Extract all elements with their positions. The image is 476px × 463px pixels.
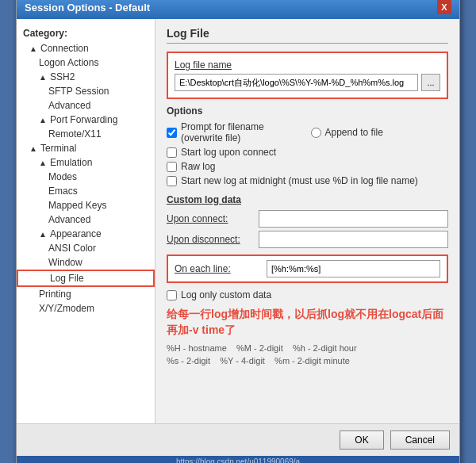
on-each-line-label: On each line:	[175, 263, 262, 274]
log-file-name-input-row: ...	[175, 74, 440, 91]
upon-connect-input[interactable]	[259, 210, 448, 228]
sidebar-item-advanced[interactable]: Advanced	[17, 98, 155, 113]
close-button[interactable]: X	[437, 0, 451, 14]
url-bar: https://blog.csdn.net/u011990069/a	[17, 456, 459, 463]
start-new-log-row: Start new log at midnight (must use %D i…	[167, 175, 448, 186]
start-log-connect-label: Start log upon connect	[181, 147, 276, 158]
log-only-custom-row: Log only custom data	[167, 289, 448, 300]
upon-disconnect-row: Upon disconnect:	[167, 231, 448, 248]
start-log-connect-row: Start log upon connect	[167, 147, 448, 158]
cancel-button[interactable]: Cancel	[390, 430, 450, 450]
start-log-connect-checkbox[interactable]	[167, 147, 177, 158]
sidebar-item-connection[interactable]: ▲Connection	[17, 41, 155, 55]
session-options-dialog: Session Options - Default X Category: ▲C…	[16, 0, 460, 463]
sidebar-item-mapped-keys[interactable]: Mapped Keys	[17, 198, 155, 212]
start-new-log-label: Start new log at midnight (must use %D i…	[181, 175, 418, 186]
raw-log-row: Raw log	[167, 161, 448, 172]
sidebar-item-emacs[interactable]: Emacs	[17, 184, 155, 198]
sidebar: Category: ▲Connection Logon Actions ▲SSH…	[17, 19, 155, 423]
upon-disconnect-input[interactable]	[259, 231, 448, 248]
category-label: Category:	[17, 25, 155, 41]
window-title: Session Options - Default	[25, 2, 150, 13]
on-each-line-row: On each line:	[175, 260, 440, 277]
sidebar-item-emulation[interactable]: ▲Emulation	[17, 155, 155, 170]
sidebar-item-window[interactable]: Window	[17, 255, 155, 270]
append-to-file-label: Append to file	[325, 127, 383, 138]
prompt-for-filename-label: Prompt for filename (overwrite file)	[181, 121, 305, 143]
sidebar-item-sftp-session[interactable]: SFTP Session	[17, 84, 155, 98]
section-title: Log File	[167, 27, 448, 44]
log-file-name-group: Log file name ...	[167, 52, 448, 99]
sidebar-item-printing[interactable]: Printing	[17, 287, 155, 301]
start-new-log-checkbox[interactable]	[167, 176, 177, 186]
content-panel: Log File Log file name ... Options Promp…	[155, 19, 459, 423]
sidebar-item-terminal[interactable]: ▲Terminal	[17, 141, 155, 155]
raw-log-label: Raw log	[181, 161, 215, 172]
dialog-footer: OK Cancel	[17, 423, 459, 456]
options-title: Options	[167, 105, 448, 117]
options-grid: Prompt for filename (overwrite file) App…	[167, 121, 448, 143]
sidebar-item-xy-zmodem[interactable]: X/Y/Zmodem	[17, 301, 155, 316]
on-each-line-group: On each line:	[167, 254, 448, 283]
options-section: Options Prompt for filename (overwrite f…	[167, 105, 448, 186]
annotation-text: 给每一行log增加时间戳，以后抓log就不用在logcat后面再加-v time…	[167, 307, 448, 338]
upon-connect-label: Upon connect:	[167, 213, 254, 224]
sidebar-item-logon-actions[interactable]: Logon Actions	[17, 55, 155, 70]
append-to-file-radio[interactable]	[311, 128, 321, 138]
upon-disconnect-label: Upon disconnect:	[167, 234, 254, 245]
log-only-custom-checkbox[interactable]	[167, 290, 177, 300]
on-each-line-input[interactable]	[267, 260, 440, 277]
ok-button[interactable]: OK	[340, 430, 383, 450]
custom-log-title: Custom log data	[167, 194, 448, 205]
sidebar-item-modes[interactable]: Modes	[17, 170, 155, 184]
sidebar-item-log-file[interactable]: Log File	[17, 270, 155, 287]
dialog-body: Category: ▲Connection Logon Actions ▲SSH…	[17, 19, 459, 423]
custom-log-section: Custom log data Upon connect: Upon disco…	[167, 194, 448, 248]
sidebar-item-ssh2[interactable]: ▲SSH2	[17, 70, 155, 84]
prompt-for-filename-row: Prompt for filename (overwrite file)	[167, 121, 305, 143]
append-to-file-row: Append to file	[311, 121, 449, 143]
log-file-name-label: Log file name	[175, 59, 440, 71]
sidebar-item-appearance[interactable]: ▲Appearance	[17, 227, 155, 241]
title-bar: Session Options - Default X	[17, 0, 459, 19]
log-only-custom-label: Log only custom data	[181, 289, 271, 300]
prompt-for-filename-checkbox[interactable]	[167, 128, 177, 138]
hint-text: %H - hostname %M - 2-digit %h - 2-digit …	[167, 342, 448, 367]
sidebar-item-port-forwarding[interactable]: ▲Port Forwarding	[17, 113, 155, 127]
sidebar-item-advanced-term[interactable]: Advanced	[17, 212, 155, 227]
sidebar-item-ansi-color[interactable]: ANSI Color	[17, 241, 155, 255]
sidebar-item-remote-x11[interactable]: Remote/X11	[17, 127, 155, 141]
browse-button[interactable]: ...	[421, 74, 440, 91]
raw-log-checkbox[interactable]	[167, 162, 177, 172]
upon-connect-row: Upon connect:	[167, 210, 448, 228]
log-file-name-input[interactable]	[175, 74, 418, 91]
